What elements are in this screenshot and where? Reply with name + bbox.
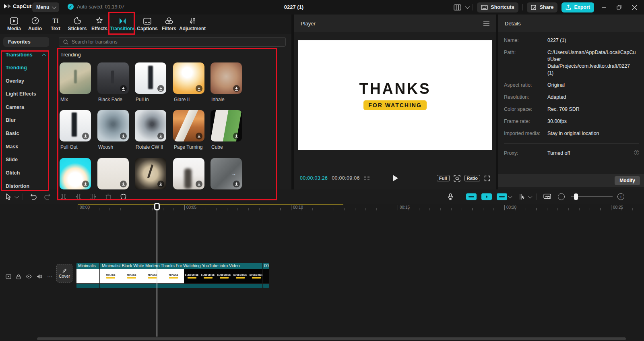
eye-icon[interactable] xyxy=(26,274,32,279)
maximize-button[interactable] xyxy=(613,2,625,12)
timeline-clip-1[interactable]: Minimalis xyxy=(76,263,99,288)
magnetic-snap-toggle[interactable] xyxy=(466,193,477,200)
transition-card-glare-ii[interactable] xyxy=(173,62,204,94)
delete-left-icon[interactable] xyxy=(75,194,82,200)
undo-icon[interactable] xyxy=(30,194,37,200)
more-icon[interactable]: ⋯ xyxy=(47,273,53,280)
transitions-search[interactable] xyxy=(59,37,286,47)
total-time: 00:00:09:06 xyxy=(332,175,359,181)
transition-card-rotate-cw-ii[interactable] xyxy=(135,110,166,141)
preview-canvas[interactable]: THANKS FOR WATCHING xyxy=(298,40,492,150)
zoom-out-icon[interactable]: − xyxy=(558,193,565,200)
playhead-handle[interactable] xyxy=(154,203,160,210)
lock-icon[interactable] xyxy=(16,274,21,279)
sidebar-item-camera[interactable]: Camera xyxy=(6,104,24,110)
share-button[interactable]: Share xyxy=(527,2,558,12)
card-label: Glare II xyxy=(174,97,210,102)
transition-card[interactable] xyxy=(173,158,204,189)
ratio-button[interactable]: Ratio xyxy=(464,175,481,181)
help-icon[interactable]: ? xyxy=(634,150,639,155)
tab-audio[interactable]: Audio xyxy=(25,17,45,33)
transition-card[interactable] xyxy=(60,158,91,189)
timeline-clip-2[interactable]: Minimalist Black White Modern Thanks For… xyxy=(100,263,262,288)
captions-icon xyxy=(143,17,151,25)
ruler-label: 00:05 xyxy=(184,205,196,210)
tab-transitions[interactable]: Transitions xyxy=(110,17,135,33)
play-button[interactable] xyxy=(392,175,398,181)
mask-shield-icon[interactable] xyxy=(120,193,126,200)
shortcuts-button[interactable]: Shortcuts xyxy=(477,2,518,12)
tab-filters[interactable]: Filters xyxy=(159,17,179,33)
redo-icon[interactable] xyxy=(44,194,51,200)
sidebar-item-light-effects[interactable]: Light Effects xyxy=(6,91,36,97)
link-toggle[interactable] xyxy=(497,193,507,200)
sidebar-item-distortion[interactable]: Distortion xyxy=(6,183,29,189)
select-mode-chevron-icon[interactable] xyxy=(528,195,531,198)
export-button[interactable]: Export xyxy=(561,2,594,12)
detail-row-path: Path: C:/Users/Usman/AppData/Local/CapCu… xyxy=(504,49,639,77)
sidebar-item-basic[interactable]: Basic xyxy=(6,131,19,136)
horizontal-scrollbar[interactable] xyxy=(37,337,626,340)
speaker-icon[interactable] xyxy=(37,274,42,279)
tab-label: Transitions xyxy=(110,26,136,31)
split-icon[interactable] xyxy=(60,194,67,200)
player-title: Player xyxy=(301,21,316,27)
sidebar-item-mask[interactable]: Mask xyxy=(6,144,18,150)
transition-card-cube[interactable] xyxy=(211,110,242,141)
minimize-button[interactable] xyxy=(598,2,609,12)
transition-card[interactable] xyxy=(135,158,166,189)
menu-button[interactable]: Menu xyxy=(32,2,59,12)
preview-zoom-icon[interactable] xyxy=(454,175,460,182)
auto-snap-toggle[interactable] xyxy=(481,193,492,200)
tab-effects[interactable]: Effects xyxy=(89,17,109,33)
transition-card-pull-out[interactable] xyxy=(60,110,91,141)
workspace-layout-icon[interactable] xyxy=(454,4,461,10)
modify-button[interactable]: Modify xyxy=(615,176,640,185)
tab-adjustment[interactable]: Adjustment xyxy=(179,17,206,33)
delete-right-icon[interactable] xyxy=(90,194,97,200)
tab-media[interactable]: Media xyxy=(4,17,24,33)
sidebar-item-trending[interactable]: Trending xyxy=(6,65,27,71)
player-menu-icon[interactable] xyxy=(483,21,489,26)
export-label: Export xyxy=(574,4,590,10)
zoom-in-icon[interactable]: + xyxy=(617,193,624,200)
transition-card-pull-in[interactable] xyxy=(135,62,166,94)
voiceover-mic-icon[interactable] xyxy=(448,193,453,200)
fullscreen-icon[interactable] xyxy=(484,175,490,181)
cover-button[interactable]: Cover xyxy=(56,264,72,283)
full-button[interactable]: Full xyxy=(437,175,450,181)
sticker-icon xyxy=(74,17,81,25)
timeline-clip-3[interactable]: 00 xyxy=(263,263,269,288)
select-mode-icon[interactable] xyxy=(518,193,525,200)
sidebar-item-overlay[interactable]: Overlay xyxy=(6,78,24,84)
tab-text[interactable]: TI Text xyxy=(46,17,65,33)
transition-card-inhale[interactable] xyxy=(211,62,242,94)
tab-captions[interactable]: Captions xyxy=(136,17,159,33)
transition-card-page-turning[interactable] xyxy=(173,110,204,141)
sidebar-item-slide[interactable]: Slide xyxy=(6,157,18,162)
delete-icon[interactable] xyxy=(105,194,111,200)
sidebar-group-transitions[interactable]: Transitions xyxy=(6,52,46,58)
track-main-icon[interactable] xyxy=(6,274,11,279)
sidebar-item-glitch[interactable]: Glitch xyxy=(6,170,20,176)
sidebar-item-blur[interactable]: Blur xyxy=(6,117,16,123)
transition-card-woosh[interactable] xyxy=(97,110,129,141)
layout-chevron-icon[interactable] xyxy=(465,4,470,9)
transition-card[interactable] xyxy=(97,158,129,189)
sidebar-favorites-button[interactable]: Favorites xyxy=(3,37,49,47)
select-cursor-icon[interactable] xyxy=(6,193,12,200)
search-input[interactable] xyxy=(72,39,281,45)
transition-card-black-fade[interactable] xyxy=(97,62,129,94)
download-icon xyxy=(233,133,240,139)
close-button[interactable] xyxy=(629,2,640,12)
zoom-slider-handle[interactable] xyxy=(574,193,578,200)
transition-card[interactable] xyxy=(211,158,242,189)
frame-thumbnail: SUBSCRIBE xyxy=(184,274,200,279)
playhead-line[interactable] xyxy=(157,210,157,337)
cursor-chevron-icon[interactable] xyxy=(14,195,18,198)
preview-render-icon[interactable] xyxy=(543,194,551,200)
transition-card-mix[interactable] xyxy=(60,62,91,94)
link-chevron-icon[interactable] xyxy=(508,195,511,198)
frame-grid-icon[interactable] xyxy=(364,176,370,181)
tab-stickers[interactable]: Stickers xyxy=(66,17,89,33)
